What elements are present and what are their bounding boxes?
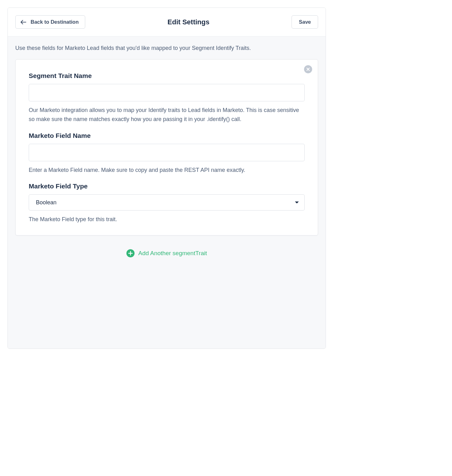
- marketo-field-type-helper: The Marketo Field type for this trait.: [29, 215, 305, 224]
- add-another-button[interactable]: Add Another segmentTrait: [15, 249, 318, 257]
- close-icon: [306, 67, 310, 71]
- marketo-field-type-select[interactable]: Boolean: [29, 194, 305, 211]
- marketo-field-type-group: Marketo Field Type Boolean The Marketo F…: [29, 182, 305, 224]
- remove-card-button[interactable]: [304, 65, 312, 73]
- add-another-label: Add Another segmentTrait: [138, 250, 207, 257]
- marketo-field-name-group: Marketo Field Name Enter a Marketo Field…: [29, 132, 305, 175]
- marketo-field-type-select-wrap: Boolean: [29, 194, 305, 211]
- back-button-label: Back to Destination: [31, 19, 79, 25]
- intro-text: Use these fields for Marketo Lead fields…: [15, 44, 318, 52]
- marketo-field-name-input[interactable]: [29, 144, 305, 161]
- plus-circle-icon: [126, 249, 135, 257]
- marketo-field-type-selected: Boolean: [36, 199, 56, 206]
- marketo-field-name-label: Marketo Field Name: [29, 132, 305, 139]
- settings-panel: Back to Destination Edit Settings Save U…: [7, 7, 326, 349]
- save-button[interactable]: Save: [292, 15, 318, 29]
- panel-body: Use these fields for Marketo Lead fields…: [8, 36, 326, 348]
- arrow-left-icon: [21, 20, 26, 24]
- segment-trait-group: Segment Trait Name Our Marketo integrati…: [29, 72, 305, 124]
- panel-header: Back to Destination Edit Settings Save: [8, 8, 326, 36]
- trait-card: Segment Trait Name Our Marketo integrati…: [15, 59, 318, 236]
- segment-trait-input[interactable]: [29, 84, 305, 101]
- marketo-field-type-label: Marketo Field Type: [29, 182, 305, 190]
- segment-trait-label: Segment Trait Name: [29, 72, 305, 80]
- segment-trait-helper: Our Marketo integration allows you to ma…: [29, 106, 305, 124]
- back-button[interactable]: Back to Destination: [15, 15, 85, 29]
- marketo-field-name-helper: Enter a Marketo Field name. Make sure to…: [29, 166, 305, 175]
- page-title: Edit Settings: [168, 18, 209, 26]
